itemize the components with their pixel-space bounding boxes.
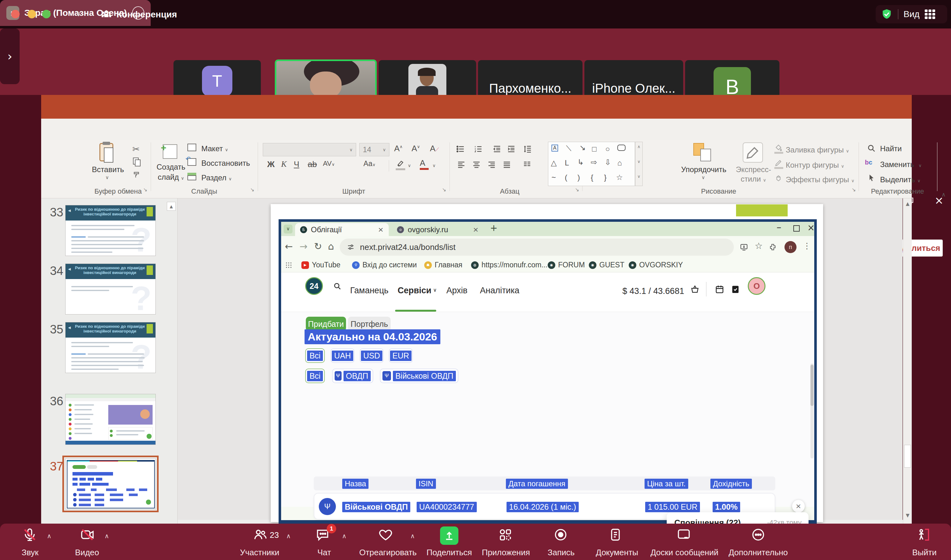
drawing-dialog-launcher-icon[interactable]: ↘ (852, 187, 856, 192)
shape-effects-label[interactable]: Эффекты фигуры ∨ (786, 175, 854, 184)
bookmark-item[interactable]: ◉OVGORSKIY (629, 261, 683, 269)
grow-font-button[interactable]: А∧ (394, 144, 403, 154)
stop-video-icon[interactable] (80, 527, 95, 542)
paste-button-label[interactable]: Вставить (91, 165, 125, 174)
participants-icon[interactable] (253, 527, 268, 542)
nav-archive[interactable]: Архів (446, 286, 468, 295)
nav-services-active[interactable]: Сервіси (398, 286, 432, 295)
cut-icon[interactable]: ✂ (133, 145, 140, 154)
currency-filter-uah[interactable]: UAH (330, 348, 355, 363)
tab-close-icon[interactable]: × (473, 226, 479, 233)
window-maximize-icon[interactable] (793, 225, 800, 232)
share-screen-icon[interactable] (440, 526, 458, 545)
change-case-button[interactable]: Аа∨ (364, 160, 376, 168)
privat-search-icon[interactable] (332, 281, 342, 291)
bookmark-item[interactable]: ☗Главная (424, 261, 462, 269)
participants-label[interactable]: Участники (240, 548, 278, 557)
layout-icon[interactable] (187, 144, 196, 151)
apps-label[interactable]: Приложения (481, 548, 531, 557)
reset-label[interactable]: Восстановить (201, 159, 250, 168)
documents-icon[interactable] (608, 527, 623, 542)
macos-close-button[interactable] (11, 10, 20, 18)
highlight-button[interactable] (396, 159, 405, 170)
decrease-indent-icon[interactable] (492, 144, 502, 154)
bold-button[interactable]: Ж (267, 160, 275, 169)
current-slide[interactable]: ∨ Б Облігації × o ovgorskiy.ru × + – × ← (271, 204, 823, 522)
tasks-icon[interactable] (730, 284, 741, 295)
mute-audio-icon[interactable] (22, 527, 37, 542)
slides-dialog-launcher-icon[interactable]: ↘ (250, 187, 254, 192)
privat24-logo[interactable]: 24 (305, 277, 323, 295)
chat-label[interactable]: Чат (308, 548, 340, 557)
scroll-down-icon[interactable]: ▼ (903, 513, 912, 518)
shape-outline-label[interactable]: Контур фигуры ∨ (786, 161, 844, 169)
clear-formatting-button[interactable]: А⟋ (430, 144, 439, 154)
clipboard-dialog-launcher-icon[interactable]: ↘ (143, 187, 147, 192)
underline-button[interactable]: Ч (294, 160, 299, 169)
record-icon[interactable] (553, 527, 568, 542)
chat-chevron-icon[interactable]: ∧ (342, 533, 347, 539)
slide-thumbnail-34[interactable]: ◀Ризик по відношенню до піраміди інвести… (65, 263, 156, 314)
tab-conference[interactable]: Конференция (117, 9, 177, 20)
line-spacing-icon[interactable] (523, 144, 532, 154)
window-close-icon[interactable]: × (807, 223, 815, 232)
next-participants-button[interactable]: › (0, 28, 20, 84)
numbering-icon[interactable] (473, 144, 483, 154)
arrange-dropdown-icon[interactable]: ∨ (701, 175, 705, 180)
arrange-label[interactable]: Упорядочить (680, 165, 728, 174)
bookmark-item[interactable]: ⚲Вхід до системи (352, 261, 417, 269)
quick-styles-label-1[interactable]: Экспресс- (731, 165, 775, 174)
select-label[interactable]: Выделить ∨ (880, 175, 920, 184)
find-label[interactable]: Найти (880, 144, 902, 153)
quick-styles-icon[interactable] (743, 142, 763, 163)
gallery-view-icon[interactable] (925, 9, 935, 19)
currency-filter-all[interactable]: Всі (305, 348, 325, 363)
bookmark-item[interactable]: ◉GUEST (589, 261, 624, 269)
shapes-scroll[interactable]: ∧∨∨ (635, 142, 643, 186)
profile-avatar[interactable]: п (785, 241, 797, 253)
notification-close-button[interactable]: × (792, 500, 805, 512)
macos-zoom-button[interactable] (42, 10, 51, 18)
section-icon[interactable] (187, 173, 196, 180)
new-tab-icon[interactable]: + (490, 224, 497, 232)
leave-icon[interactable] (916, 527, 931, 542)
nav-wallet[interactable]: Гаманець (350, 286, 388, 295)
align-center-icon[interactable] (472, 160, 481, 169)
record-label[interactable]: Запись (546, 548, 576, 557)
tab-close-icon[interactable]: × (378, 226, 384, 233)
reset-icon[interactable]: ↶ (187, 158, 196, 166)
font-name-combobox[interactable]: ∨ (263, 143, 356, 156)
home-icon[interactable]: ⌂ (328, 242, 334, 251)
view-button[interactable]: Вид (903, 9, 920, 19)
more-icon[interactable] (751, 527, 766, 542)
tab-search-icon[interactable]: ∨ (284, 225, 293, 234)
highlight-dropdown-icon[interactable]: ∨ (408, 163, 411, 168)
shape-fill-label[interactable]: Заливка фигуры ∨ (786, 146, 849, 154)
collapse-ribbon-icon[interactable]: ∧ (942, 192, 946, 197)
calendar-icon[interactable] (714, 284, 725, 295)
quick-styles-label-2[interactable]: стили ∨ (731, 175, 775, 183)
slide-thumbnail-35[interactable]: ◀Ризик по відношенню до піраміди інвести… (65, 322, 156, 373)
meeting-info-pill[interactable]: Вид (875, 5, 947, 23)
basket-icon[interactable] (689, 284, 700, 295)
align-left-icon[interactable] (456, 160, 466, 169)
browser-tab-active[interactable]: Б Облігації × (295, 223, 389, 236)
audio-options-chevron-icon[interactable]: ∧ (47, 533, 52, 539)
slide-thumbnail-33[interactable]: ◀Ризик по відношенню до піраміди інвести… (65, 205, 156, 256)
paragraph-dialog-launcher-icon[interactable]: ↘ (575, 187, 579, 192)
address-bar[interactable]: next.privat24.ua/bonds/list (340, 238, 734, 255)
character-spacing-button[interactable]: AV∨ (323, 160, 334, 168)
leave-label[interactable]: Выйти (909, 548, 940, 557)
window-minimize-icon[interactable]: – (777, 222, 781, 232)
whiteboards-icon[interactable] (676, 527, 691, 542)
bookmark-item[interactable]: ▶YouTube (301, 261, 340, 269)
align-right-icon[interactable] (487, 160, 496, 169)
apps-grid-icon[interactable] (285, 262, 293, 269)
currency-filter-usd[interactable]: USD (360, 348, 384, 363)
participants-chevron-icon[interactable]: ∧ (286, 533, 291, 539)
whiteboards-label[interactable]: Доски сообщений (649, 548, 720, 557)
forward-icon[interactable]: → (299, 242, 307, 251)
reload-icon[interactable]: ↻ (314, 242, 322, 251)
arrange-icon[interactable] (693, 143, 712, 162)
layout-label[interactable]: Макет ∨ (201, 144, 228, 153)
